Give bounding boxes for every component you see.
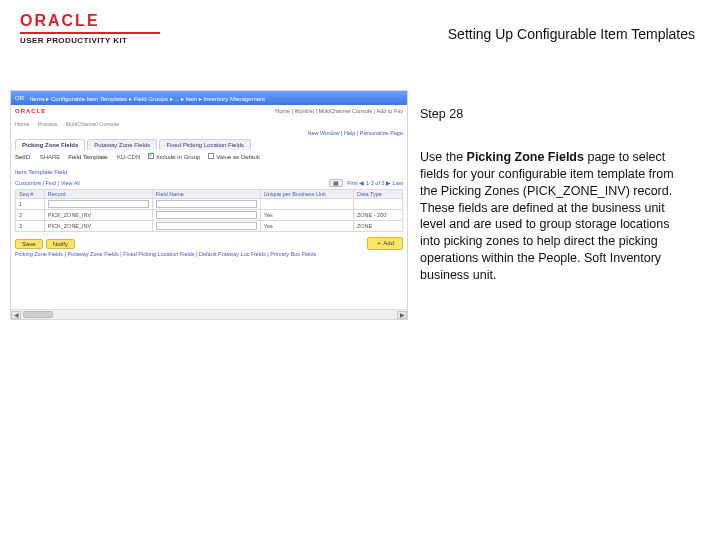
- value-as-default-checkbox[interactable]: Value as Default: [208, 153, 260, 160]
- step-label: Step 28: [420, 106, 690, 123]
- tab-putaway-zone-fields[interactable]: Putaway Zone Fields: [87, 139, 157, 150]
- brand-subtitle: USER PRODUCTIVITY KIT: [20, 36, 160, 45]
- scroll-left-icon[interactable]: ◀: [11, 311, 21, 319]
- tab-fixed-picking-location-fields[interactable]: Fixed Picking Location Fields: [159, 139, 251, 150]
- instruction-column: Step 28 Use the Picking Zone Fields page…: [420, 106, 690, 284]
- include-in-group-checkbox[interactable]: Include in Group: [148, 153, 200, 160]
- grid-toolbar: Customize | Find | View All ▦ First ◀ 1-…: [15, 179, 403, 187]
- instruction-text: Use the Picking Zone Fields page to sele…: [420, 149, 690, 284]
- mini-brand: OR: [15, 95, 24, 101]
- tab-picking-zone-fields[interactable]: Picking Zone Fields: [15, 139, 85, 150]
- checkbox-icon: [148, 153, 154, 159]
- toplinks[interactable]: Home | Worklist | MultiChannel Console |…: [275, 108, 403, 114]
- tabset: Picking Zone Fields Putaway Zone Fields …: [15, 139, 251, 150]
- app-topbar: OR Items ▸ Configurable Item Templates ▸…: [11, 91, 407, 105]
- brand-rule: [20, 32, 160, 34]
- template-label: Field Template:: [68, 154, 109, 160]
- table-row: 2 PICK_ZONE_INV Yes ZONE - 200: [16, 210, 403, 221]
- download-icon[interactable]: ▦: [329, 179, 343, 187]
- setid-value: SHARE: [40, 154, 61, 160]
- col-record[interactable]: Record: [44, 190, 152, 199]
- brand-logo: ORACLE USER PRODUCTIVITY KIT: [20, 12, 160, 45]
- table-row: 1: [16, 199, 403, 210]
- checkbox-icon: [208, 153, 214, 159]
- grid-pager[interactable]: ▦ First ◀ 1-3 of 3 ▶ Last: [329, 179, 403, 187]
- setid-label: SetID:: [15, 154, 32, 160]
- template-value: KU-CDN: [117, 154, 140, 160]
- field-input[interactable]: [156, 222, 257, 230]
- table-header-row: Seq # Record Field Name Unique per Busin…: [16, 190, 403, 199]
- page-footer-links[interactable]: Picking Zone Fields | Putaway Zone Field…: [15, 251, 403, 257]
- page-title: Setting Up Configurable Item Templates: [448, 26, 695, 42]
- field-input[interactable]: [156, 211, 257, 219]
- grid-customize-links[interactable]: Customize | Find | View All: [15, 180, 80, 186]
- fields-grid: Seq # Record Field Name Unique per Busin…: [15, 189, 403, 232]
- brand-word: ORACLE: [20, 12, 160, 30]
- col-seq[interactable]: Seq #: [16, 190, 45, 199]
- scroll-thumb[interactable]: [23, 311, 53, 318]
- meta-row: Home Process MultiChannel Console: [15, 121, 403, 127]
- horizontal-scrollbar[interactable]: ◀ ▶: [11, 309, 407, 319]
- col-field-name[interactable]: Field Name: [152, 190, 260, 199]
- form-row: SetID: SHARE Field Template: KU-CDN Incl…: [15, 153, 403, 160]
- breadcrumb: Items ▸ Configurable Item Templates ▸ Fi…: [30, 95, 403, 102]
- scroll-right-icon[interactable]: ▶: [397, 311, 407, 319]
- embedded-screenshot: OR Items ▸ Configurable Item Templates ▸…: [10, 90, 408, 320]
- window-links[interactable]: New Window | Help | Personalize Page: [308, 130, 404, 136]
- table-row: 3 PICK_ZONE_INV Yes ZONE: [16, 221, 403, 232]
- record-input[interactable]: [48, 200, 149, 208]
- field-input[interactable]: [156, 200, 257, 208]
- col-data-type[interactable]: Data Type: [353, 190, 402, 199]
- col-unique[interactable]: Unique per Business Unit: [260, 190, 353, 199]
- save-button[interactable]: Save: [15, 239, 43, 249]
- plus-icon: ＋: [376, 240, 382, 246]
- mini-oracle-logo: ORACLE: [15, 108, 46, 114]
- add-button[interactable]: ＋ Add: [367, 237, 403, 250]
- form-footer: Save Notify ＋ Add: [15, 237, 403, 250]
- section-title: Item Template Field: [15, 169, 67, 175]
- notify-button[interactable]: Notify: [46, 239, 75, 249]
